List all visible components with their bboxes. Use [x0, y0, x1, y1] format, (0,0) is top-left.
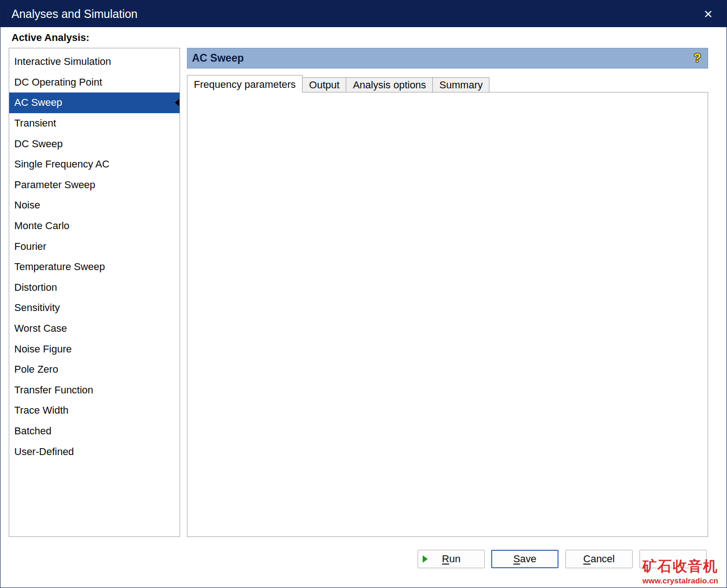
sidebar-item-parameter-sweep[interactable]: Parameter Sweep — [9, 175, 180, 196]
sidebar-item-single-frequency-ac[interactable]: Single Frequency AC — [9, 154, 180, 175]
help-icon[interactable]: ? — [694, 51, 702, 65]
obscured-bottom-button[interactable] — [640, 550, 707, 568]
sidebar-item-pole-zero[interactable]: Pole Zero — [9, 359, 180, 380]
sidebar-item-distortion[interactable]: Distortion — [9, 277, 180, 298]
active-analysis-label: Active Analysis: — [12, 32, 89, 44]
sidebar-item-transient[interactable]: Transient — [9, 113, 180, 134]
tab-frequency-parameters[interactable]: Frequency parameters — [187, 75, 302, 92]
cancel-label-key: C — [583, 553, 591, 565]
tab-content-panel — [187, 92, 708, 537]
sidebar-item-label: AC Sweep — [14, 97, 62, 109]
sidebar-item-noise-figure[interactable]: Noise Figure — [9, 339, 180, 359]
window-title: Analyses and Simulation — [12, 7, 138, 21]
sidebar-item-dc-operating-point[interactable]: DC Operating Point — [9, 72, 180, 93]
tab-analysis-options[interactable]: Analysis options — [346, 77, 433, 92]
run-label-post: un — [449, 553, 460, 565]
sidebar-item-monte-carlo[interactable]: Monte Carlo — [9, 216, 180, 236]
analyses-and-simulation-dialog: Analyses and Simulation × Active Analysi… — [0, 0, 727, 588]
analysis-list: Interactive Simulation DC Operating Poin… — [9, 48, 180, 537]
sidebar-item-fourier[interactable]: Fourier — [9, 236, 180, 257]
run-button[interactable]: Run — [418, 550, 485, 568]
sidebar-item-sensitivity[interactable]: Sensitivity — [9, 298, 180, 318]
sidebar-item-dc-sweep[interactable]: DC Sweep — [9, 133, 180, 154]
sidebar-item-transfer-function[interactable]: Transfer Function — [9, 380, 180, 401]
panel-tabs: Frequency parameters Output Analysis opt… — [187, 75, 489, 92]
sidebar-item-user-defined[interactable]: User-Defined — [9, 441, 180, 462]
sidebar-item-interactive-simulation[interactable]: Interactive Simulation — [9, 52, 180, 72]
save-label-key: S — [513, 553, 520, 565]
cancel-label-post: ancel — [591, 553, 615, 565]
sidebar-item-trace-width[interactable]: Trace Width — [9, 400, 180, 421]
run-label-key: R — [442, 553, 449, 565]
panel-title: AC Sweep — [192, 52, 244, 64]
sidebar-item-batched[interactable]: Batched — [9, 421, 180, 442]
sidebar-item-ac-sweep[interactable]: AC Sweep — [9, 92, 180, 113]
sidebar-item-worst-case[interactable]: Worst Case — [9, 318, 180, 339]
panel-header: AC Sweep ? — [187, 48, 708, 69]
tab-summary[interactable]: Summary — [432, 77, 489, 92]
save-label-post: ave — [520, 553, 536, 565]
close-icon[interactable]: × — [696, 0, 720, 27]
selected-item-marker-icon — [175, 99, 179, 106]
save-button[interactable]: Save — [491, 550, 558, 568]
watermark-url: www.crystalradio.cn — [642, 576, 718, 586]
sidebar-item-noise[interactable]: Noise — [9, 195, 180, 216]
play-icon — [423, 555, 428, 563]
cancel-button[interactable]: Cancel — [565, 550, 633, 568]
title-bar: Analyses and Simulation × — [0, 0, 727, 27]
tab-output[interactable]: Output — [302, 77, 346, 92]
sidebar-item-temperature-sweep[interactable]: Temperature Sweep — [9, 257, 180, 277]
